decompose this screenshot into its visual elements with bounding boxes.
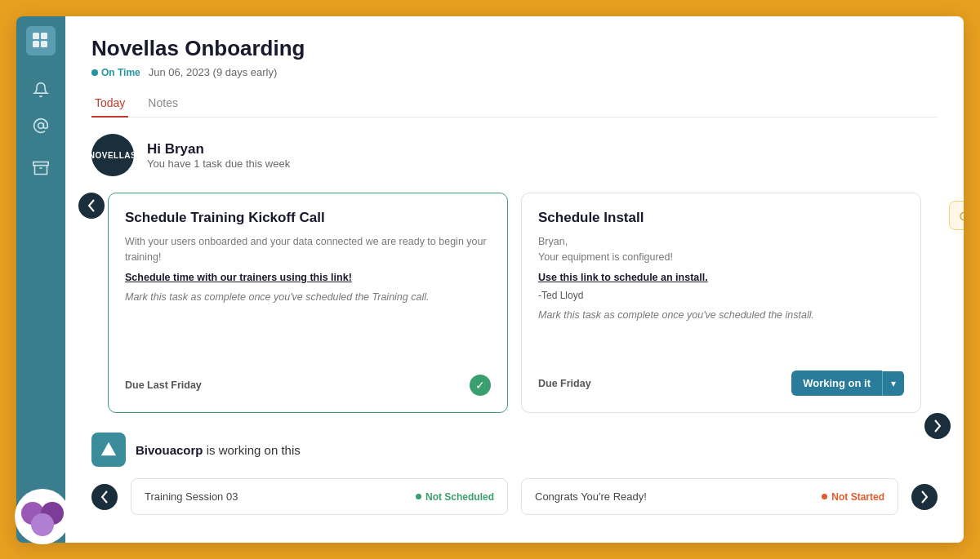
task-card-2-body: Bryan, Your equipment is configured! Use… <box>538 234 904 357</box>
cards-wrapper: Schedule Training Kickoff Call With your… <box>108 193 921 413</box>
partner-row: Bivouacorp is working on this <box>91 433 938 467</box>
task-card-2-footer: Due Friday Working on it ▾ <box>538 370 904 396</box>
bottom-card-1-title: Training Session 03 <box>145 490 238 503</box>
company-avatar: NOVELLAS <box>91 134 134 176</box>
tab-notes[interactable]: Notes <box>145 90 181 118</box>
task-card-1-due: Due Last Friday <box>125 379 202 391</box>
bottom-card-1: Training Session 03 Not Scheduled <box>131 478 508 515</box>
task-cards-section: Schedule Training Kickoff Call With your… <box>91 193 938 413</box>
tab-today[interactable]: Today <box>91 90 128 118</box>
header-meta: On Time Jun 06, 2023 (9 days early) <box>91 66 938 78</box>
task-card-1: Schedule Training Kickoff Call With your… <box>108 193 508 413</box>
bottom-card-2-status-dot <box>822 494 827 499</box>
svg-marker-7 <box>101 442 116 456</box>
bottom-nav-right[interactable] <box>911 484 938 510</box>
status-dot <box>91 69 98 76</box>
task-card-2-attribution: -Ted Lloyd <box>538 288 904 303</box>
task-card-1-check: ✓ <box>470 375 491 396</box>
main-content: Novellas Onboarding On Time Jun 06, 2023… <box>65 16 964 543</box>
bottom-card-1-status: Not Scheduled <box>416 491 494 503</box>
app-logo <box>15 489 70 544</box>
svg-rect-1 <box>41 33 47 39</box>
task-card-2-title: Schedule Install <box>538 210 904 226</box>
bell-icon[interactable] <box>26 75 56 104</box>
greeting-title: Hi Bryan <box>147 141 290 157</box>
task-card-1-body: With your users onboarded and your data … <box>125 234 491 362</box>
task-card-1-title: Schedule Training Kickoff Call <box>125 210 491 226</box>
partner-suffix: is working on this <box>207 443 301 457</box>
svg-rect-0 <box>33 33 39 39</box>
task-card-2-due: Due Friday <box>538 378 591 389</box>
header: Novellas Onboarding On Time Jun 06, 2023… <box>65 16 964 118</box>
archive-icon[interactable] <box>26 153 56 183</box>
alert-badge: ⊙ <box>949 201 964 230</box>
task-card-1-outro: Mark this task as complete once you've s… <box>125 291 429 303</box>
header-date: Jun 06, 2023 (9 days early) <box>149 66 278 78</box>
greeting-row: NOVELLAS Hi Bryan You have 1 task due th… <box>91 134 938 176</box>
svg-point-4 <box>38 123 44 129</box>
bottom-card-2-title: Congrats You're Ready! <box>535 490 647 503</box>
bottom-card-2: Congrats You're Ready! Not Started <box>521 478 898 515</box>
bottom-card-2-status: Not Started <box>822 491 884 503</box>
partner-avatar <box>91 433 126 467</box>
task-card-2-link[interactable]: Use this link to schedule an install. <box>538 272 708 283</box>
sidebar-logo-button[interactable] <box>26 26 56 55</box>
bottom-nav-left[interactable] <box>91 484 118 510</box>
greeting-subtitle: You have 1 task due this week <box>147 157 290 170</box>
status-badge: On Time <box>91 67 140 78</box>
task-card-2: Schedule Install Bryan, Your equipment i… <box>521 193 921 413</box>
nav-arrow-right[interactable] <box>924 413 951 439</box>
svg-point-11 <box>31 513 54 536</box>
svg-rect-2 <box>33 41 39 47</box>
page-title: Novellas Onboarding <box>91 36 938 61</box>
sidebar <box>16 16 65 543</box>
svg-rect-3 <box>41 41 47 47</box>
working-on-it-button[interactable]: Working on it ▾ <box>791 370 904 396</box>
nav-arrow-left[interactable] <box>78 193 105 219</box>
bottom-cards-row: Training Session 03 Not Scheduled Congra… <box>91 478 938 515</box>
working-on-it-main[interactable]: Working on it <box>791 370 882 396</box>
at-icon[interactable] <box>26 111 56 140</box>
greeting-text: Hi Bryan You have 1 task due this week <box>147 141 290 170</box>
partner-section: Bivouacorp is working on this Training S… <box>91 433 938 515</box>
task-card-2-outro: Mark this task as complete once you've s… <box>538 309 814 321</box>
bottom-card-1-status-dot <box>416 494 421 499</box>
task-card-1-footer: Due Last Friday ✓ <box>125 375 491 396</box>
tabs: Today Notes <box>91 90 938 118</box>
partner-text: Bivouacorp is working on this <box>136 443 301 457</box>
partner-name: Bivouacorp <box>136 443 203 457</box>
content-area: NOVELLAS Hi Bryan You have 1 task due th… <box>65 118 964 543</box>
working-on-it-dropdown[interactable]: ▾ <box>882 371 904 396</box>
task-card-1-link[interactable]: Schedule time with our trainers using th… <box>125 272 352 283</box>
svg-rect-5 <box>33 162 48 166</box>
